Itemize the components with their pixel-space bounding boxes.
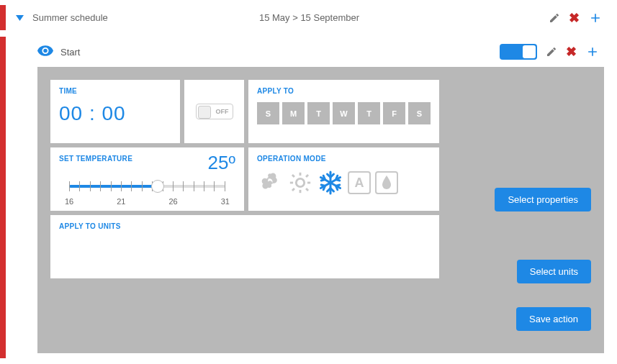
onoff-card: OFF bbox=[184, 80, 244, 143]
dry-mode-icon[interactable] bbox=[375, 171, 398, 194]
save-action-button[interactable]: Save action bbox=[516, 307, 591, 331]
action-enable-toggle[interactable] bbox=[500, 44, 537, 60]
temperature-slider[interactable] bbox=[59, 178, 235, 194]
collapse-icon[interactable] bbox=[16, 14, 24, 22]
action-header-actions: ✖ bbox=[500, 44, 600, 60]
slider-thumb[interactable] bbox=[151, 180, 164, 193]
apply-units-card: APPLY TO UNITS bbox=[50, 215, 439, 278]
scale-16: 16 bbox=[65, 197, 73, 206]
edit-icon[interactable] bbox=[549, 12, 560, 24]
auto-mode-icon[interactable]: A bbox=[348, 171, 371, 194]
scale-26: 26 bbox=[169, 197, 178, 206]
day-sat[interactable]: S bbox=[408, 102, 431, 124]
applyto-card: APPLY TO S M T W T F S bbox=[248, 80, 439, 143]
sun-icon[interactable] bbox=[287, 170, 313, 196]
temperature-card: SET TEMPERATURE 25º 16 21 26 bbox=[50, 147, 244, 211]
scale-31: 31 bbox=[221, 197, 230, 206]
mode-icons: A bbox=[257, 170, 431, 196]
config-row-1: TIME 00 : 00 OFF APPLY TO S M T W T bbox=[50, 80, 591, 143]
time-label: TIME bbox=[59, 87, 171, 95]
config-row-3: APPLY TO UNITS bbox=[50, 215, 591, 278]
schedule-actions: ✖ bbox=[549, 10, 603, 26]
scale-21: 21 bbox=[117, 197, 125, 206]
action-config-area: TIME 00 : 00 OFF APPLY TO S M T W T bbox=[37, 67, 604, 353]
delete-icon[interactable]: ✖ bbox=[569, 10, 580, 26]
select-units-button[interactable]: Select units bbox=[517, 260, 591, 283]
day-mon[interactable]: M bbox=[282, 102, 305, 124]
svg-line-4 bbox=[292, 175, 294, 177]
day-tue[interactable]: T bbox=[307, 102, 330, 124]
schedule-date-range: 15 May > 15 September bbox=[259, 12, 359, 23]
time-card: TIME 00 : 00 bbox=[50, 80, 180, 143]
slider-ticks bbox=[69, 181, 225, 191]
select-properties-button[interactable]: Select properties bbox=[495, 188, 591, 211]
day-sun[interactable]: S bbox=[257, 102, 279, 124]
apply-units-label: APPLY TO UNITS bbox=[59, 222, 431, 230]
add-action-icon[interactable] bbox=[585, 45, 600, 59]
slider-scale: 16 21 26 31 bbox=[59, 197, 235, 206]
operation-mode-card: OPERATION MODE A bbox=[248, 147, 439, 211]
schedule-header: Summer schedule 15 May > 15 September ✖ bbox=[7, 5, 611, 30]
fan-icon[interactable] bbox=[257, 170, 283, 196]
delete-action-icon[interactable]: ✖ bbox=[566, 44, 577, 60]
day-fri[interactable]: F bbox=[383, 102, 405, 124]
svg-line-9 bbox=[306, 175, 308, 177]
temperature-value: 25º bbox=[208, 152, 235, 174]
add-icon[interactable] bbox=[588, 11, 603, 25]
applyto-label: APPLY TO bbox=[257, 87, 431, 95]
svg-line-8 bbox=[292, 188, 294, 191]
time-value[interactable]: 00 : 00 bbox=[59, 102, 171, 125]
action-panel: Start ✖ TIME 00 : 00 bbox=[7, 37, 611, 358]
auto-letter: A bbox=[355, 176, 364, 191]
action-title: Start bbox=[60, 47, 80, 58]
days-row: S M T W T F S bbox=[257, 102, 431, 124]
snowflake-icon[interactable] bbox=[317, 170, 343, 196]
svg-point-0 bbox=[268, 181, 272, 185]
accent-strip-header bbox=[0, 5, 6, 30]
accent-strip-body bbox=[0, 37, 6, 358]
onoff-toggle[interactable]: OFF bbox=[196, 104, 233, 119]
day-thu[interactable]: T bbox=[358, 102, 380, 124]
edit-action-icon[interactable] bbox=[546, 46, 557, 58]
operation-mode-label: OPERATION MODE bbox=[257, 155, 431, 163]
svg-point-1 bbox=[296, 178, 304, 186]
svg-line-5 bbox=[306, 188, 308, 191]
off-label: OFF bbox=[216, 108, 229, 115]
action-header: Start ✖ bbox=[7, 37, 611, 67]
schedule-title: Summer schedule bbox=[32, 12, 108, 23]
day-wed[interactable]: W bbox=[333, 102, 355, 124]
eye-icon[interactable] bbox=[37, 45, 53, 58]
